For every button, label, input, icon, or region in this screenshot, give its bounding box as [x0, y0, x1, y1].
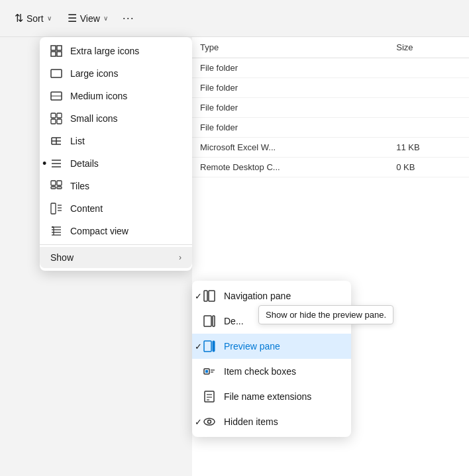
menu-item-content[interactable]: Content	[40, 197, 192, 220]
file-type-cell: File folder	[192, 78, 388, 98]
navigation-pane-check: ✓	[195, 291, 202, 301]
menu-item-large-icons[interactable]: Large icons	[40, 62, 192, 85]
more-icon: ···	[123, 11, 134, 25]
view-icon: ☰	[68, 12, 77, 24]
svg-rect-1	[57, 46, 62, 50]
menu-item-compact-view[interactable]: Compact view	[40, 220, 192, 242]
svg-rect-2	[51, 52, 56, 56]
svg-rect-20	[57, 181, 62, 185]
file-size-cell	[388, 98, 469, 118]
more-button[interactable]: ···	[117, 7, 140, 30]
col-size: Size	[388, 37, 469, 58]
table-row[interactable]: File folder	[192, 98, 469, 118]
item-checkboxes-icon	[203, 365, 216, 378]
small-icons-label: Small icons	[70, 113, 118, 124]
tooltip: Show or hide the preview pane.	[258, 305, 393, 324]
sort-label: Sort	[26, 13, 44, 24]
file-type-cell: File folder	[192, 98, 388, 118]
details-pane-icon	[203, 314, 216, 328]
details-icon	[50, 158, 62, 169]
table-row[interactable]: File folder	[192, 118, 469, 138]
menu-item-small-icons[interactable]: Small icons	[40, 107, 192, 130]
medium-icons-label: Medium icons	[70, 91, 127, 101]
menu-item-details[interactable]: • Details	[40, 152, 192, 175]
submenu-item-file-name-extensions[interactable]: File name extensions	[192, 384, 351, 409]
extra-large-icons-icon	[50, 45, 62, 57]
details-pane-label: De...	[224, 316, 244, 326]
view-button[interactable]: ☰ View ∨	[61, 9, 115, 28]
svg-point-48	[208, 420, 211, 424]
view-label: View	[80, 13, 100, 24]
preview-pane-label: Preview pane	[224, 341, 280, 352]
view-menu: Extra large icons Large icons Medium ico…	[40, 37, 192, 271]
file-size-cell	[388, 78, 469, 98]
svg-rect-35	[204, 316, 211, 326]
svg-rect-3	[57, 52, 62, 56]
sort-button[interactable]: ⇅ Sort ∨	[8, 9, 58, 28]
col-type: Type	[192, 37, 388, 58]
svg-rect-36	[213, 316, 215, 326]
table-row[interactable]: File folder	[192, 58, 469, 78]
list-icon	[50, 135, 62, 147]
compact-view-icon	[50, 225, 62, 237]
compact-view-label: Compact view	[70, 226, 129, 236]
file-type-cell: File folder	[192, 58, 388, 78]
file-table: Type Size File folder File folder File f…	[192, 37, 469, 177]
item-checkboxes-label: Item check boxes	[224, 366, 296, 377]
view-chevron-icon: ∨	[103, 15, 108, 22]
svg-rect-19	[51, 181, 56, 185]
table-row[interactable]: File folder	[192, 78, 469, 98]
svg-rect-4	[51, 70, 62, 77]
hidden-items-check: ✓	[195, 417, 202, 427]
submenu-item-hidden-items[interactable]: ✓ Hidden items	[192, 409, 351, 434]
menu-item-extra-large-icons[interactable]: Extra large icons	[40, 40, 192, 62]
menu-item-medium-icons[interactable]: Medium icons	[40, 85, 192, 107]
svg-rect-34	[209, 291, 215, 301]
svg-rect-40	[205, 370, 208, 373]
svg-rect-9	[51, 119, 56, 124]
tooltip-text: Show or hide the preview pane.	[266, 310, 386, 320]
file-type-cell: Remote Desktop C...	[192, 158, 388, 177]
svg-rect-38	[213, 341, 215, 352]
svg-rect-21	[51, 187, 56, 189]
preview-pane-check: ✓	[195, 342, 202, 352]
show-chevron-icon: ›	[179, 253, 182, 262]
sort-chevron-icon: ∨	[47, 15, 52, 22]
details-bullet: •	[42, 157, 46, 171]
file-name-extensions-label: File name extensions	[224, 391, 311, 402]
medium-icons-icon	[50, 90, 62, 102]
file-size-cell: 11 KB	[388, 138, 469, 158]
large-icons-label: Large icons	[70, 68, 118, 79]
content-label: Content	[70, 203, 103, 214]
svg-rect-37	[204, 341, 211, 352]
file-name-extensions-icon	[203, 390, 216, 403]
file-size-cell	[388, 58, 469, 78]
menu-item-list[interactable]: List	[40, 130, 192, 152]
main-area: Type Size File folder File folder File f…	[0, 37, 469, 476]
svg-point-47	[204, 418, 215, 425]
svg-rect-10	[57, 119, 62, 124]
table-row[interactable]: Microsoft Excel W... 11 KB	[192, 138, 469, 158]
navigation-pane-icon	[203, 289, 216, 303]
toolbar: ⇅ Sort ∨ ☰ View ∨ ···	[0, 0, 469, 37]
show-submenu-trigger[interactable]: Show ›	[40, 247, 192, 268]
table-row[interactable]: Remote Desktop C... 0 KB	[192, 158, 469, 177]
file-type-cell: Microsoft Excel W...	[192, 138, 388, 158]
file-size-cell	[388, 118, 469, 138]
list-label: List	[70, 136, 85, 146]
svg-rect-0	[51, 46, 56, 50]
svg-rect-7	[51, 113, 56, 118]
show-submenu: ✓ Navigation pane De... ✓	[192, 281, 351, 437]
file-type-cell: File folder	[192, 118, 388, 138]
sort-icon: ⇅	[15, 12, 23, 24]
submenu-item-preview-pane[interactable]: ✓ Preview pane	[192, 334, 351, 359]
details-label: Details	[70, 158, 99, 169]
file-size-cell: 0 KB	[388, 158, 469, 177]
submenu-item-item-checkboxes[interactable]: Item check boxes	[192, 359, 351, 384]
menu-divider	[40, 244, 192, 245]
large-icons-icon	[50, 68, 62, 79]
menu-item-tiles[interactable]: Tiles	[40, 175, 192, 197]
small-icons-icon	[50, 113, 62, 124]
svg-rect-8	[57, 113, 62, 118]
svg-rect-33	[204, 291, 207, 301]
